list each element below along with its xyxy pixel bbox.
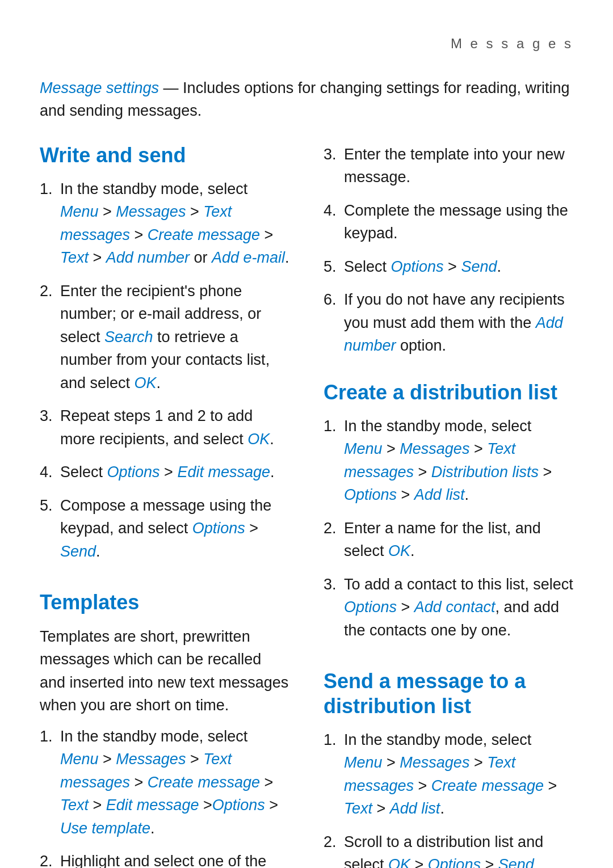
section-title-send-to-distribution-list: Send a message to a distribution list — [324, 669, 573, 718]
templates-intro: Templates are short, prewritten messages… — [40, 625, 289, 717]
list-item: Complete the message using the keypad. — [341, 199, 573, 245]
list-item: In the standby mode, select Menu > Messa… — [57, 178, 289, 269]
link-edit-message: Edit message — [177, 464, 270, 481]
list-item: Compose a message using the keypad, and … — [57, 494, 289, 563]
list-item: To add a contact to this list, select Op… — [341, 573, 573, 642]
link-options: Options — [212, 797, 265, 814]
link-create-message: Create message — [148, 226, 260, 243]
section-title-create-distribution-list: Create a distribution list — [324, 380, 573, 404]
link-messages: Messages — [400, 754, 469, 771]
link-add-email: Add e-mail — [212, 249, 285, 266]
link-send: Send — [498, 856, 534, 868]
continued-list: Enter the template into your new message… — [324, 143, 573, 357]
link-menu: Menu — [60, 751, 99, 768]
link-create-message: Create message — [148, 774, 260, 791]
link-add-number: Add number — [344, 314, 563, 355]
link-options: Options — [344, 599, 397, 616]
list-item: Enter the template into your new message… — [341, 143, 573, 189]
link-options: Options — [428, 856, 481, 868]
list-item: In the standby mode, select Menu > Messa… — [57, 725, 289, 840]
link-text: Text — [344, 800, 372, 817]
section-create-distribution-list: Create a distribution list In the standb… — [324, 380, 573, 642]
templates-list: In the standby mode, select Menu > Messa… — [40, 725, 289, 868]
section-title-templates: Templates — [40, 590, 289, 614]
intro-paragraph: Message settings — Includes options for … — [40, 77, 573, 123]
link-ok: OK — [388, 856, 410, 868]
list-item: Repeat steps 1 and 2 to add more recipie… — [57, 404, 289, 450]
link-send: Send — [461, 258, 497, 275]
section-title-write-and-send: Write and send — [40, 143, 289, 167]
link-add-list: Add list — [390, 800, 440, 817]
header-title: M e s s a g e s — [451, 36, 573, 51]
link-menu: Menu — [344, 754, 383, 771]
link-options: Options — [391, 258, 444, 275]
link-add-number: Add number — [106, 249, 190, 266]
two-column-layout: Write and send In the standby mode, sele… — [40, 143, 573, 868]
list-item: Enter a name for the list, and select OK… — [341, 517, 573, 563]
page: M e s s a g e s Message settings — Inclu… — [0, 0, 613, 868]
list-item: Select Options > Send. — [341, 255, 573, 279]
list-item: In the standby mode, select Menu > Messa… — [341, 415, 573, 507]
link-menu: Menu — [60, 203, 99, 220]
send-distribution-list-list: In the standby mode, select Menu > Messa… — [324, 728, 573, 868]
link-menu: Menu — [344, 440, 383, 457]
link-use-template: Use template — [60, 820, 150, 837]
link-add-contact: Add contact — [414, 599, 496, 616]
right-column: Enter the template into your new message… — [324, 143, 573, 868]
left-column: Write and send In the standby mode, sele… — [40, 143, 289, 868]
link-messages: Messages — [400, 440, 469, 457]
link-ok: OK — [388, 542, 410, 559]
section-templates: Templates Templates are short, prewritte… — [40, 590, 289, 868]
write-and-send-list: In the standby mode, select Menu > Messa… — [40, 178, 289, 563]
link-options: Options — [107, 464, 160, 481]
link-edit-message: Edit message — [106, 797, 199, 814]
link-ok: OK — [247, 431, 270, 448]
list-item: If you do not have any recipients you mu… — [341, 288, 573, 357]
link-create-message: Create message — [431, 777, 544, 794]
link-distribution-lists: Distribution lists — [431, 464, 539, 481]
link-options: Options — [192, 520, 245, 537]
link-send: Send — [60, 543, 96, 560]
link-add-list: Add list — [414, 486, 465, 503]
list-item: Enter the recipient's phone number; or e… — [57, 280, 289, 395]
list-item: Select Options > Edit message. — [57, 461, 289, 484]
intro-link: Message settings — [40, 79, 159, 96]
section-write-and-send: Write and send In the standby mode, sele… — [40, 143, 289, 563]
link-text: Text — [60, 797, 89, 814]
link-messages: Messages — [116, 751, 186, 768]
create-distribution-list-list: In the standby mode, select Menu > Messa… — [324, 415, 573, 642]
link-ok: OK — [135, 374, 157, 391]
link-options: Options — [344, 486, 397, 503]
page-header: M e s s a g e s — [40, 34, 573, 54]
link-messages: Messages — [116, 203, 186, 220]
link-text: Text — [60, 249, 89, 266]
list-item: Highlight and select one of the availabl… — [57, 850, 289, 868]
link-search: Search — [104, 328, 153, 345]
list-item: In the standby mode, select Menu > Messa… — [341, 728, 573, 820]
section-send-to-distribution-list: Send a message to a distribution list In… — [324, 669, 573, 868]
list-item: Scroll to a distribution list and select… — [341, 831, 573, 868]
